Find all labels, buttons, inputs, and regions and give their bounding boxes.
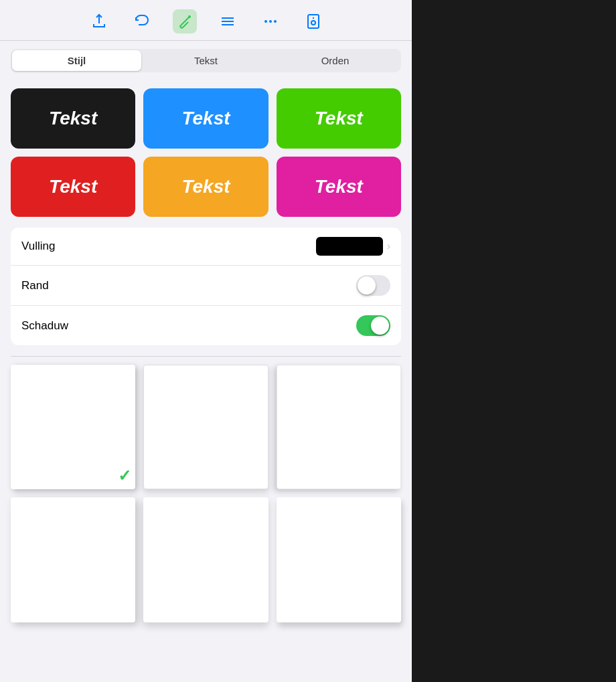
selected-checkmark: ✓ <box>118 466 131 485</box>
paintbrush-icon[interactable] <box>173 9 197 33</box>
dark-background <box>412 0 616 682</box>
chevron-right-icon: › <box>387 240 390 252</box>
more-icon[interactable] <box>258 9 283 33</box>
shadow-style-2[interactable] <box>143 365 268 489</box>
list-icon[interactable] <box>216 9 240 33</box>
shadow-style-6[interactable] <box>277 497 401 622</box>
shadow-style-1[interactable]: ✓ <box>11 365 135 489</box>
style-card-pink[interactable]: Tekst <box>277 157 401 217</box>
svg-point-0 <box>188 15 191 18</box>
schaduw-toggle[interactable] <box>356 315 390 336</box>
segment-control: Stijl Tekst Orden <box>11 49 401 72</box>
vulling-label: Vulling <box>21 240 55 253</box>
vulling-control: › <box>316 237 390 256</box>
tab-orden[interactable]: Orden <box>271 50 400 71</box>
shadow-section: ✓ <box>0 356 412 633</box>
rand-row: Rand <box>11 266 401 306</box>
rand-toggle[interactable] <box>356 275 390 296</box>
shadow-style-5[interactable] <box>143 497 268 622</box>
tab-stijl[interactable]: Stijl <box>12 50 141 71</box>
document-settings-icon[interactable] <box>301 9 325 33</box>
svg-point-6 <box>274 20 277 23</box>
style-grid: Tekst Tekst Tekst Tekst Tekst Tekst <box>0 80 412 228</box>
shadow-style-4[interactable] <box>11 497 135 622</box>
share-icon[interactable] <box>87 9 111 33</box>
svg-point-8 <box>311 21 315 25</box>
vulling-color-swatch[interactable] <box>316 237 383 256</box>
style-card-green[interactable]: Tekst <box>277 88 401 149</box>
style-card-orange[interactable]: Tekst <box>143 157 268 217</box>
svg-point-5 <box>269 20 272 23</box>
format-panel: Stijl Tekst Orden Tekst Tekst Tekst Teks… <box>0 0 412 682</box>
shadow-style-3[interactable] <box>277 365 401 489</box>
schaduw-row: Schaduw <box>11 306 401 345</box>
schaduw-label: Schaduw <box>21 319 68 333</box>
toggle-knob <box>358 276 376 294</box>
toolbar <box>0 0 412 41</box>
undo-icon[interactable] <box>130 9 154 33</box>
shadow-divider <box>11 356 401 357</box>
tab-tekst[interactable]: Tekst <box>141 50 271 71</box>
svg-point-4 <box>264 20 267 23</box>
vulling-row[interactable]: Vulling › <box>11 228 401 266</box>
style-card-red[interactable]: Tekst <box>11 157 135 217</box>
style-card-black[interactable]: Tekst <box>11 88 135 149</box>
options-list: Vulling › Rand Schaduw <box>11 228 401 345</box>
style-card-blue[interactable]: Tekst <box>143 88 268 149</box>
shadow-grid: ✓ <box>11 365 401 622</box>
rand-label: Rand <box>21 279 49 292</box>
toggle-knob <box>371 317 389 335</box>
